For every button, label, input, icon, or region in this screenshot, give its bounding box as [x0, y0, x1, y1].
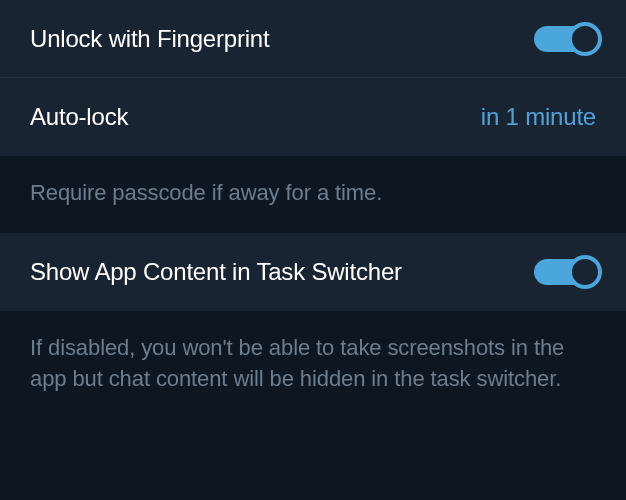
task-switcher-toggle[interactable]	[534, 259, 596, 285]
fingerprint-row[interactable]: Unlock with Fingerprint	[0, 0, 626, 78]
task-switcher-row[interactable]: Show App Content in Task Switcher	[0, 233, 626, 311]
autolock-value: in 1 minute	[481, 103, 596, 131]
toggle-thumb-icon	[568, 22, 602, 56]
task-switcher-description: If disabled, you won't be able to take s…	[0, 311, 626, 419]
fingerprint-label: Unlock with Fingerprint	[30, 25, 270, 53]
task-switcher-label: Show App Content in Task Switcher	[30, 258, 402, 286]
autolock-row[interactable]: Auto-lock in 1 minute	[0, 78, 626, 156]
fingerprint-toggle[interactable]	[534, 26, 596, 52]
toggle-thumb-icon	[568, 255, 602, 289]
autolock-description: Require passcode if away for a time.	[0, 156, 626, 233]
autolock-label: Auto-lock	[30, 103, 128, 131]
